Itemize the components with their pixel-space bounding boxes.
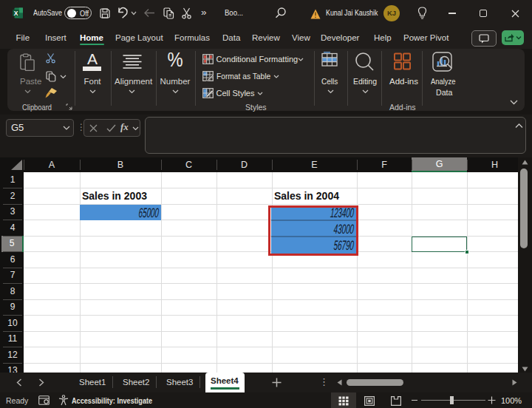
svg-text:X: X — [14, 10, 18, 17]
